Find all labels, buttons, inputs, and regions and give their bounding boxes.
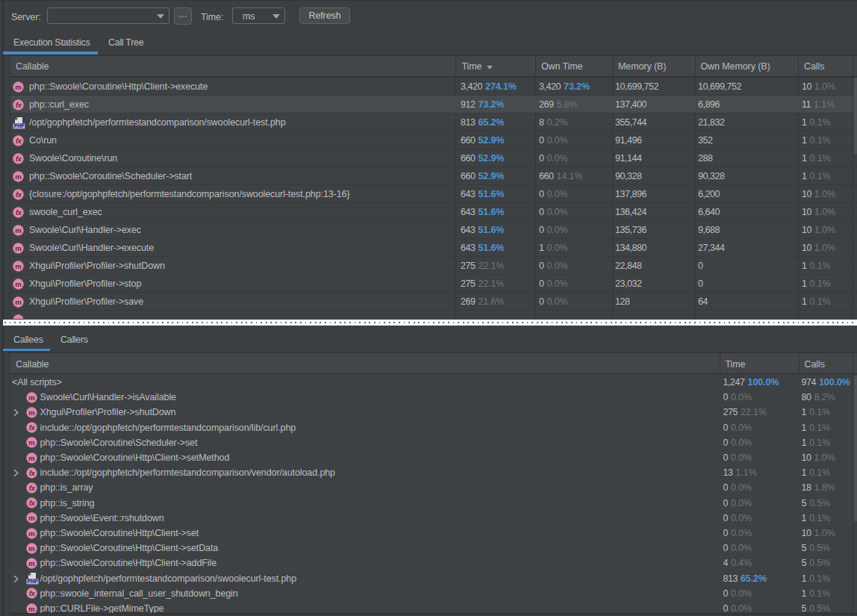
svg-text:fx: fx: [16, 155, 22, 162]
svg-text:m: m: [15, 262, 21, 270]
svg-text:fx: fx: [16, 101, 22, 108]
svg-text:fx: fx: [28, 469, 35, 476]
svg-text:m: m: [28, 544, 34, 553]
svg-text:m: m: [28, 438, 34, 447]
svg-text:m: m: [15, 83, 21, 91]
svg-text:fx: fx: [28, 500, 35, 507]
svg-text:m: m: [28, 605, 34, 613]
svg-text:m: m: [28, 408, 34, 417]
svg-text:m: m: [28, 559, 34, 567]
svg-text:fx: fx: [16, 190, 22, 198]
svg-text:m: m: [15, 298, 21, 306]
svg-text:fx: fx: [28, 424, 35, 432]
svg-text:m: m: [15, 226, 21, 234]
svg-text:m: m: [15, 172, 21, 181]
svg-text:m: m: [15, 244, 21, 252]
svg-text:m: m: [15, 316, 21, 320]
svg-text:m: m: [28, 514, 34, 522]
svg-text:fx: fx: [16, 208, 22, 216]
svg-text:fx: fx: [16, 137, 22, 144]
svg-text:m: m: [28, 393, 34, 402]
svg-text:m: m: [15, 280, 21, 288]
svg-text:m: m: [28, 454, 34, 462]
svg-text:fx: fx: [28, 590, 35, 597]
svg-text:PHP: PHP: [27, 579, 37, 584]
svg-text:fx: fx: [28, 485, 35, 492]
svg-text:PHP: PHP: [14, 123, 25, 128]
svg-text:m: m: [28, 529, 34, 538]
